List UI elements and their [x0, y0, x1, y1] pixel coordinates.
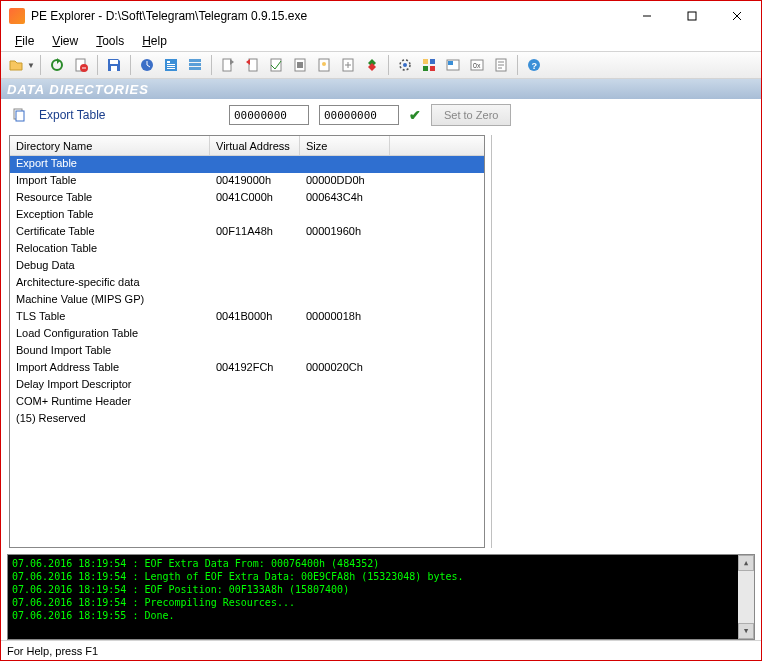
- main-split: Directory Name Virtual Address Size Expo…: [1, 131, 761, 554]
- data-dir-icon[interactable]: [160, 54, 182, 76]
- cell-name: Debug Data: [10, 258, 210, 275]
- console-line: 07.06.2016 18:19:54 : EOF Position: 00F1…: [12, 583, 750, 596]
- table-row[interactable]: TLS Table0041B000h00000018h: [10, 309, 484, 326]
- console-scrollbar[interactable]: ▲ ▼: [738, 555, 754, 639]
- cell-size: [300, 207, 390, 224]
- menu-view[interactable]: View: [44, 32, 86, 50]
- table-row[interactable]: Import Address Table004192FCh0000020Ch: [10, 360, 484, 377]
- cell-name: Machine Value (MIPS GP): [10, 292, 210, 309]
- close-file-icon[interactable]: [70, 54, 92, 76]
- table-row[interactable]: Load Configuration Table: [10, 326, 484, 343]
- cell-va: [210, 241, 300, 258]
- cell-name: TLS Table: [10, 309, 210, 326]
- open-dropdown-icon[interactable]: ▼: [27, 61, 35, 70]
- import-icon[interactable]: [241, 54, 263, 76]
- set-to-zero-button[interactable]: Set to Zero: [431, 104, 511, 126]
- table-row[interactable]: Delay Import Descriptor: [10, 377, 484, 394]
- table-row[interactable]: Exception Table: [10, 207, 484, 224]
- right-panel: [491, 135, 753, 548]
- menu-tools[interactable]: Tools: [88, 32, 132, 50]
- table-row[interactable]: Debug Data: [10, 258, 484, 275]
- svg-rect-15: [189, 59, 201, 62]
- titlebar: PE Explorer - D:\Soft\Telegram\Telegram …: [1, 1, 761, 31]
- resource-editor-icon[interactable]: [442, 54, 464, 76]
- cell-va: [210, 394, 300, 411]
- svg-rect-7: [110, 60, 118, 64]
- svg-rect-16: [189, 63, 201, 66]
- console-output: 07.06.2016 18:19:54 : EOF Extra Data Fro…: [7, 554, 755, 640]
- scroll-up-icon[interactable]: ▲: [738, 555, 754, 571]
- save-icon[interactable]: [103, 54, 125, 76]
- table-row[interactable]: Export Table: [10, 156, 484, 173]
- table-row[interactable]: Architecture-specific data: [10, 275, 484, 292]
- table-row[interactable]: Resource Table0041C000h000643C4h: [10, 190, 484, 207]
- cell-size: [300, 292, 390, 309]
- table-row[interactable]: COM+ Runtime Header: [10, 394, 484, 411]
- console-line: 07.06.2016 18:19:54 : EOF Extra Data Fro…: [12, 557, 750, 570]
- table-row[interactable]: Relocation Table: [10, 241, 484, 258]
- svg-rect-14: [167, 68, 175, 69]
- cell-va: 0041B000h: [210, 309, 300, 326]
- cell-va: [210, 343, 300, 360]
- tls-icon[interactable]: [361, 54, 383, 76]
- svg-text:?: ?: [531, 61, 537, 71]
- cell-size: [300, 275, 390, 292]
- virtual-address-input[interactable]: [229, 105, 309, 125]
- refresh-icon[interactable]: [46, 54, 68, 76]
- cell-size: 000643C4h: [300, 190, 390, 207]
- cell-size: [300, 411, 390, 428]
- hex-icon[interactable]: 0x: [466, 54, 488, 76]
- close-button[interactable]: [714, 2, 759, 30]
- headers-icon[interactable]: [136, 54, 158, 76]
- table-row[interactable]: (15) Reserved: [10, 411, 484, 428]
- size-input[interactable]: [319, 105, 399, 125]
- cell-name: Load Configuration Table: [10, 326, 210, 343]
- table-row[interactable]: Import Table00419000h00000DD0h: [10, 173, 484, 190]
- cell-size: 00000018h: [300, 309, 390, 326]
- open-icon[interactable]: [5, 54, 27, 76]
- cell-va: 0041C000h: [210, 190, 300, 207]
- cell-va: 00F11A48h: [210, 224, 300, 241]
- debug-icon[interactable]: [289, 54, 311, 76]
- scroll-down-icon[interactable]: ▼: [738, 623, 754, 639]
- cell-name: Delay Import Descriptor: [10, 377, 210, 394]
- cell-name: Bound Import Table: [10, 343, 210, 360]
- left-panel: Directory Name Virtual Address Size Expo…: [1, 131, 491, 554]
- svg-rect-22: [297, 62, 303, 68]
- console-line: 07.06.2016 18:19:54 : Length of EOF Extr…: [12, 570, 750, 583]
- toolbar-separator: [97, 55, 98, 75]
- cell-va: [210, 156, 300, 173]
- maximize-button[interactable]: [669, 2, 714, 30]
- minimize-button[interactable]: [624, 2, 669, 30]
- svg-rect-1: [688, 12, 696, 20]
- sections-icon[interactable]: [184, 54, 206, 76]
- console-line: 07.06.2016 18:19:54 : Precompiling Resou…: [12, 596, 750, 609]
- column-header-va[interactable]: Virtual Address: [210, 136, 300, 155]
- table-row[interactable]: Certificate Table00F11A48h00001960h: [10, 224, 484, 241]
- menu-file[interactable]: File: [7, 32, 42, 50]
- table-body[interactable]: Export TableImport Table00419000h00000DD…: [10, 156, 484, 547]
- svg-rect-11: [167, 61, 170, 63]
- filter-row: Export Table ✔ Set to Zero: [1, 99, 761, 131]
- copy-icon[interactable]: [9, 105, 29, 125]
- svg-rect-30: [423, 66, 428, 71]
- cell-name: Certificate Table: [10, 224, 210, 241]
- depends-icon[interactable]: [418, 54, 440, 76]
- scroll-track[interactable]: [738, 571, 754, 623]
- certificate-icon[interactable]: [313, 54, 335, 76]
- relocation-icon[interactable]: [337, 54, 359, 76]
- cell-va: [210, 377, 300, 394]
- export-icon[interactable]: [217, 54, 239, 76]
- help-icon[interactable]: ?: [523, 54, 545, 76]
- toolbar: ▼ 0x ?: [1, 51, 761, 79]
- apply-icon[interactable]: ✔: [409, 107, 421, 123]
- disasm-icon[interactable]: [394, 54, 416, 76]
- svg-rect-20: [271, 59, 281, 71]
- column-header-name[interactable]: Directory Name: [10, 136, 210, 155]
- column-header-size[interactable]: Size: [300, 136, 390, 155]
- table-row[interactable]: Bound Import Table: [10, 343, 484, 360]
- resource-icon[interactable]: [265, 54, 287, 76]
- table-row[interactable]: Machine Value (MIPS GP): [10, 292, 484, 309]
- strings-icon[interactable]: [490, 54, 512, 76]
- menu-help[interactable]: Help: [134, 32, 175, 50]
